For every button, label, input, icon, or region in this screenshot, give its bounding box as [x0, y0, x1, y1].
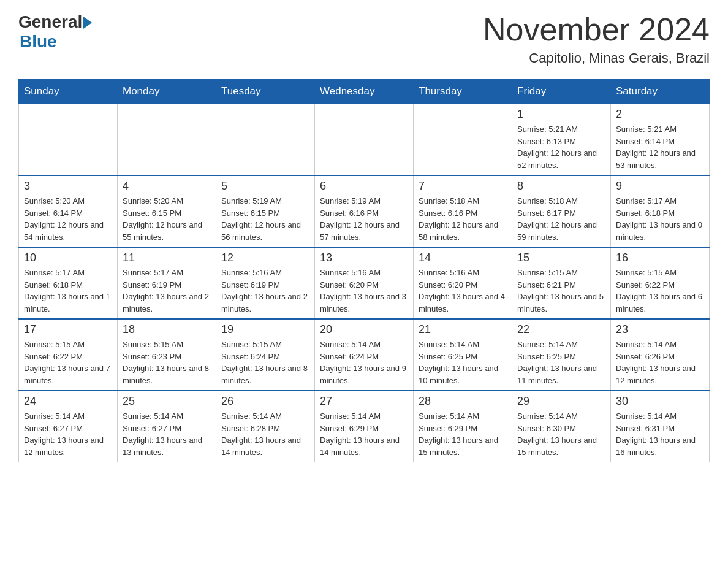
day-info: Sunrise: 5:17 AM Sunset: 6:18 PM Dayligh… — [616, 195, 704, 243]
header-sunday: Sunday — [19, 79, 118, 104]
table-row: 24Sunrise: 5:14 AM Sunset: 6:27 PM Dayli… — [19, 391, 118, 462]
page-header: General Blue November 2024 Capitolio, Mi… — [18, 12, 710, 66]
day-number: 18 — [123, 323, 211, 336]
day-info: Sunrise: 5:14 AM Sunset: 6:27 PM Dayligh… — [123, 410, 211, 458]
title-section: November 2024 Capitolio, Minas Gerais, B… — [483, 12, 710, 66]
day-info: Sunrise: 5:14 AM Sunset: 6:29 PM Dayligh… — [419, 410, 507, 458]
table-row: 15Sunrise: 5:15 AM Sunset: 6:21 PM Dayli… — [512, 247, 611, 319]
table-row: 2Sunrise: 5:21 AM Sunset: 6:14 PM Daylig… — [611, 104, 710, 176]
day-number: 8 — [517, 180, 605, 193]
calendar-table: Sunday Monday Tuesday Wednesday Thursday… — [18, 79, 710, 462]
day-number: 9 — [616, 180, 704, 193]
table-row: 3Sunrise: 5:20 AM Sunset: 6:14 PM Daylig… — [19, 175, 118, 247]
header-tuesday: Tuesday — [216, 79, 315, 104]
day-info: Sunrise: 5:18 AM Sunset: 6:17 PM Dayligh… — [517, 195, 605, 243]
day-number: 7 — [419, 180, 507, 193]
day-info: Sunrise: 5:15 AM Sunset: 6:22 PM Dayligh… — [24, 339, 112, 386]
day-info: Sunrise: 5:19 AM Sunset: 6:15 PM Dayligh… — [221, 195, 309, 243]
day-number: 23 — [616, 323, 704, 336]
table-row: 26Sunrise: 5:14 AM Sunset: 6:28 PM Dayli… — [216, 391, 315, 462]
day-info: Sunrise: 5:14 AM Sunset: 6:28 PM Dayligh… — [221, 410, 309, 458]
month-title: November 2024 — [483, 12, 710, 47]
header-friday: Friday — [512, 79, 611, 104]
table-row — [19, 104, 118, 176]
logo-general-text: General — [18, 12, 82, 32]
day-info: Sunrise: 5:15 AM Sunset: 6:23 PM Dayligh… — [123, 339, 211, 386]
table-row: 10Sunrise: 5:17 AM Sunset: 6:18 PM Dayli… — [19, 247, 118, 319]
day-number: 16 — [616, 251, 704, 264]
day-number: 3 — [24, 180, 112, 193]
day-info: Sunrise: 5:16 AM Sunset: 6:20 PM Dayligh… — [419, 267, 507, 315]
day-info: Sunrise: 5:20 AM Sunset: 6:14 PM Dayligh… — [24, 195, 112, 243]
day-info: Sunrise: 5:21 AM Sunset: 6:14 PM Dayligh… — [616, 123, 704, 171]
day-info: Sunrise: 5:14 AM Sunset: 6:25 PM Dayligh… — [419, 339, 507, 386]
table-row: 4Sunrise: 5:20 AM Sunset: 6:15 PM Daylig… — [118, 175, 216, 247]
day-number: 15 — [517, 251, 605, 264]
day-info: Sunrise: 5:14 AM Sunset: 6:27 PM Dayligh… — [24, 410, 112, 458]
day-number: 24 — [24, 395, 112, 408]
day-number: 27 — [320, 395, 408, 408]
day-info: Sunrise: 5:16 AM Sunset: 6:19 PM Dayligh… — [221, 267, 309, 315]
table-row: 21Sunrise: 5:14 AM Sunset: 6:25 PM Dayli… — [414, 319, 512, 391]
table-row: 27Sunrise: 5:14 AM Sunset: 6:29 PM Dayli… — [315, 391, 414, 462]
day-info: Sunrise: 5:14 AM Sunset: 6:24 PM Dayligh… — [320, 339, 408, 386]
logo-arrow-icon — [83, 17, 92, 29]
day-info: Sunrise: 5:20 AM Sunset: 6:15 PM Dayligh… — [123, 195, 211, 243]
day-info: Sunrise: 5:17 AM Sunset: 6:18 PM Dayligh… — [24, 267, 112, 315]
day-info: Sunrise: 5:21 AM Sunset: 6:13 PM Dayligh… — [517, 123, 605, 171]
day-number: 1 — [517, 108, 605, 121]
calendar-week-row: 24Sunrise: 5:14 AM Sunset: 6:27 PM Dayli… — [19, 391, 710, 462]
calendar-week-row: 3Sunrise: 5:20 AM Sunset: 6:14 PM Daylig… — [19, 175, 710, 247]
table-row: 29Sunrise: 5:14 AM Sunset: 6:30 PM Dayli… — [512, 391, 611, 462]
table-row: 14Sunrise: 5:16 AM Sunset: 6:20 PM Dayli… — [414, 247, 512, 319]
day-number: 19 — [221, 323, 309, 336]
table-row — [414, 104, 512, 176]
location-text: Capitolio, Minas Gerais, Brazil — [483, 50, 710, 66]
table-row: 20Sunrise: 5:14 AM Sunset: 6:24 PM Dayli… — [315, 319, 414, 391]
logo-blue-text: Blue — [20, 32, 57, 51]
table-row: 22Sunrise: 5:14 AM Sunset: 6:25 PM Dayli… — [512, 319, 611, 391]
day-number: 4 — [123, 180, 211, 193]
table-row: 28Sunrise: 5:14 AM Sunset: 6:29 PM Dayli… — [414, 391, 512, 462]
header-monday: Monday — [118, 79, 216, 104]
day-number: 26 — [221, 395, 309, 408]
day-number: 6 — [320, 180, 408, 193]
day-number: 22 — [517, 323, 605, 336]
table-row: 13Sunrise: 5:16 AM Sunset: 6:20 PM Dayli… — [315, 247, 414, 319]
table-row: 8Sunrise: 5:18 AM Sunset: 6:17 PM Daylig… — [512, 175, 611, 247]
calendar-week-row: 1Sunrise: 5:21 AM Sunset: 6:13 PM Daylig… — [19, 104, 710, 176]
table-row: 25Sunrise: 5:14 AM Sunset: 6:27 PM Dayli… — [118, 391, 216, 462]
table-row: 5Sunrise: 5:19 AM Sunset: 6:15 PM Daylig… — [216, 175, 315, 247]
day-number: 28 — [419, 395, 507, 408]
table-row — [118, 104, 216, 176]
table-row: 19Sunrise: 5:15 AM Sunset: 6:24 PM Dayli… — [216, 319, 315, 391]
day-number: 21 — [419, 323, 507, 336]
table-row: 12Sunrise: 5:16 AM Sunset: 6:19 PM Dayli… — [216, 247, 315, 319]
table-row: 1Sunrise: 5:21 AM Sunset: 6:13 PM Daylig… — [512, 104, 611, 176]
day-number: 20 — [320, 323, 408, 336]
day-info: Sunrise: 5:14 AM Sunset: 6:29 PM Dayligh… — [320, 410, 408, 458]
day-info: Sunrise: 5:18 AM Sunset: 6:16 PM Dayligh… — [419, 195, 507, 243]
day-info: Sunrise: 5:15 AM Sunset: 6:24 PM Dayligh… — [221, 339, 309, 386]
day-info: Sunrise: 5:15 AM Sunset: 6:21 PM Dayligh… — [517, 267, 605, 315]
day-number: 5 — [221, 180, 309, 193]
day-info: Sunrise: 5:19 AM Sunset: 6:16 PM Dayligh… — [320, 195, 408, 243]
day-info: Sunrise: 5:14 AM Sunset: 6:31 PM Dayligh… — [616, 410, 704, 458]
day-number: 10 — [24, 251, 112, 264]
table-row: 11Sunrise: 5:17 AM Sunset: 6:19 PM Dayli… — [118, 247, 216, 319]
day-number: 17 — [24, 323, 112, 336]
day-info: Sunrise: 5:15 AM Sunset: 6:22 PM Dayligh… — [616, 267, 704, 315]
table-row: 30Sunrise: 5:14 AM Sunset: 6:31 PM Dayli… — [611, 391, 710, 462]
day-number: 25 — [123, 395, 211, 408]
day-info: Sunrise: 5:16 AM Sunset: 6:20 PM Dayligh… — [320, 267, 408, 315]
day-number: 13 — [320, 251, 408, 264]
table-row: 23Sunrise: 5:14 AM Sunset: 6:26 PM Dayli… — [611, 319, 710, 391]
header-saturday: Saturday — [611, 79, 710, 104]
day-number: 11 — [123, 251, 211, 264]
day-number: 14 — [419, 251, 507, 264]
day-info: Sunrise: 5:14 AM Sunset: 6:25 PM Dayligh… — [517, 339, 605, 386]
calendar-week-row: 17Sunrise: 5:15 AM Sunset: 6:22 PM Dayli… — [19, 319, 710, 391]
header-thursday: Thursday — [414, 79, 512, 104]
table-row — [315, 104, 414, 176]
table-row: 17Sunrise: 5:15 AM Sunset: 6:22 PM Dayli… — [19, 319, 118, 391]
